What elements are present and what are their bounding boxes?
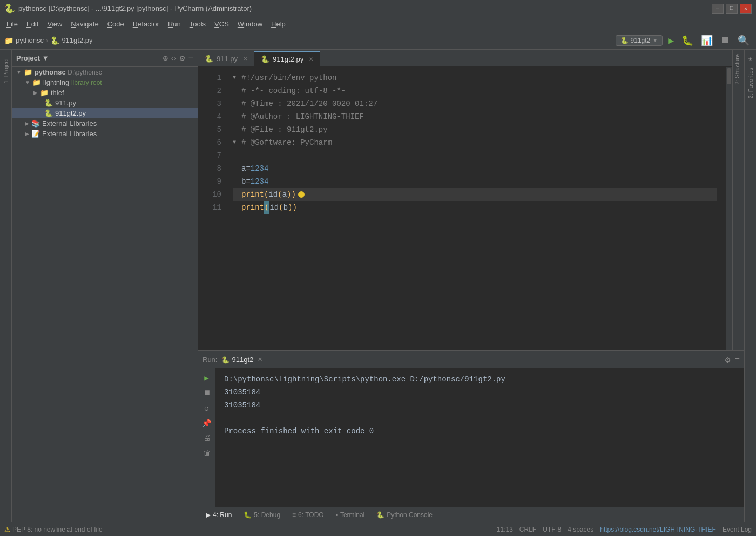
statusbar-event-log[interactable]: Event Log [723,526,752,533]
tab-911gt2py-label: 911gt2.py [273,55,303,63]
code-token-10-p3: )) [287,188,296,201]
menu-tools[interactable]: Tools [185,19,210,29]
tree-item-thief[interactable]: ▶ 📁 thief [12,88,198,98]
code-token-1-shebang: #!/usr/bin/env python [241,71,336,84]
tree-label-scratches: External Libraries [42,130,97,138]
sidebar-title: Project ▼ [16,54,163,62]
sidebar-collapse-icon[interactable]: ⇔ [171,53,177,64]
tree-item-ext-libs[interactable]: ▶ 📚 External Libraries [12,118,198,129]
breakpoint-icon-10 [298,191,305,198]
project-edge-label[interactable]: 1: Project [2,54,10,88]
tree-item-scratches[interactable]: ▶ 📝 External Libraries [12,129,198,139]
menu-view[interactable]: View [43,19,66,29]
todo-tab-label: 6: TODO [298,511,324,519]
coverage-button[interactable]: 📊 [699,34,715,48]
debug-button[interactable]: 🐛 [679,34,696,48]
menu-refactor[interactable]: Refactor [129,19,164,29]
maximize-button[interactable]: □ [726,4,738,14]
console-settings-icon[interactable]: ⚙ [725,354,731,365]
menu-window[interactable]: Window [233,19,267,29]
footer-tab-python-console[interactable]: 🐍 Python Console [371,508,438,521]
stop-button[interactable]: ⏹ [718,34,732,47]
breadcrumb-file[interactable]: 911gt2.py [62,36,92,44]
sidebar-add-icon[interactable]: ⊕ [163,53,168,64]
chevron-thief: ▶ [33,90,38,96]
tree-item-911gt2py[interactable]: 🐍 911gt2.py [12,108,198,118]
run-config-selector[interactable]: 🐍 911gt2 ▼ [616,35,663,46]
statusbar-right: 11:13 CRLF UTF-8 4 spaces https://blog.c… [497,526,752,533]
tab-911gt2py-close[interactable]: ✕ [309,56,313,62]
console-run-btn[interactable]: ▶ [201,372,213,384]
sidebar-header: Project ▼ ⊕ ⇔ ⚙ − [12,50,198,67]
chevron-scratch: ▶ [25,131,29,137]
favorites-edge-label[interactable]: 2: Favorites [746,63,755,103]
menu-run[interactable]: Run [164,19,185,29]
statusbar-url[interactable]: https://blog.csdn.net/LIGHTNING-THIEF [600,526,716,533]
console-pin-btn[interactable]: 📌 [201,417,213,429]
statusbar-line-sep[interactable]: CRLF [519,526,536,533]
code-token-10-id: id [268,188,278,201]
console-stop-btn[interactable]: ⏹ [201,387,213,399]
sidebar-settings-icon[interactable]: ⚙ [180,53,185,64]
console-tab-active[interactable]: 🐍 911gt2 ✕ [221,356,262,364]
console-output-1: 31035184 [224,386,735,399]
statusbar-position[interactable]: 11:13 [497,526,513,533]
minimize-button[interactable]: ─ [712,4,724,14]
console-header-icons: ⚙ − [725,354,740,365]
todo-tab-icon: ≡ [292,511,296,519]
code-line-5: # @File : 911gt2.py [233,123,717,136]
menu-file[interactable]: File [2,19,22,29]
code-token-2: # -*- coding: utf-8 -*- [241,84,346,97]
console-close-icon[interactable]: − [734,354,740,365]
menu-edit[interactable]: Edit [22,19,43,29]
ln-8: 8 [200,162,221,175]
fold-icon-1[interactable]: ▼ [233,71,239,84]
statusbar-indent[interactable]: 4 spaces [568,526,593,533]
code-token-9-b: b [241,175,246,188]
footer-tab-todo[interactable]: ≡ 6: TODO [287,508,329,521]
folder-icon-lightning: 📁 [32,78,41,86]
menu-navigate[interactable]: Navigate [66,19,103,29]
tree-item-pythonsc[interactable]: ▼ 📁 pythonsc D:\pythonsc [12,67,198,77]
tab-911gt2py[interactable]: 🐍 911gt2.py ✕ [254,51,320,66]
code-content[interactable]: ▼ #!/usr/bin/env python # -*- coding: ut… [224,67,726,350]
tree-label-911py: 911.py [55,99,76,107]
console-delete-btn[interactable]: 🗑 [201,447,213,459]
tab-911py[interactable]: 🐍 911.py ✕ [198,51,254,66]
statusbar-encoding[interactable]: UTF-8 [543,526,561,533]
code-token-9-eq: = [246,175,250,188]
sidebar-close-icon[interactable]: − [188,53,193,64]
console-cmd-line: D:\pythonsc\lightning\Scripts\python.exe… [224,373,735,386]
close-button[interactable]: ✕ [740,4,752,14]
run-config-area: 🐍 911gt2 ▼ ▶ 🐛 📊 ⏹ 🔍 [616,34,752,48]
console-print-btn[interactable]: 🖨 [201,432,213,444]
breadcrumb-project[interactable]: pythonsc [16,36,44,44]
console-output[interactable]: D:\pythonsc\lightning\Scripts\python.exe… [215,368,744,507]
tree-label-ext-libs: External Libraries [42,119,97,128]
bottom-panel-header: Run: 🐍 911gt2 ✕ ⚙ − [198,351,744,368]
fold-icon-6[interactable]: ▼ [233,136,239,149]
search-button[interactable]: 🔍 [735,34,752,48]
console-tab-close[interactable]: ✕ [258,356,262,363]
ln-10: 10 [200,188,221,201]
footer-tab-terminal[interactable]: ▪ Terminal [330,508,370,521]
scrollbar-thumb[interactable] [727,68,731,84]
menu-code[interactable]: Code [103,19,129,29]
run-config-arrow: ▼ [652,37,658,43]
debug-tab-label: 5: Debug [254,511,280,519]
tab-911py-close[interactable]: ✕ [243,56,247,62]
console-rerun-btn[interactable]: ↺ [201,402,213,414]
code-token-3: # @Time : 2021/1/20 0020 01:27 [241,97,377,110]
footer-tab-run[interactable]: ▶ 4: Run [200,508,237,521]
editor-scrollbar[interactable] [726,67,732,350]
statusbar-warning: PEP 8: no newline at end of file [12,526,103,533]
menu-vcs[interactable]: VCS [210,19,233,29]
tree-item-lightning[interactable]: ▼ 📁 lightning library root [12,77,198,88]
menu-help[interactable]: Help [267,19,290,29]
footer-tab-debug[interactable]: 🐛 5: Debug [238,508,286,521]
tree-item-911py[interactable]: 🐍 911.py [12,98,198,108]
structure-edge-label[interactable]: 2: Structure [733,50,741,89]
favorites-edge: ★ 2: Favorites [744,50,756,522]
breadcrumb-sep: › [46,36,48,44]
run-button[interactable]: ▶ [666,34,676,48]
